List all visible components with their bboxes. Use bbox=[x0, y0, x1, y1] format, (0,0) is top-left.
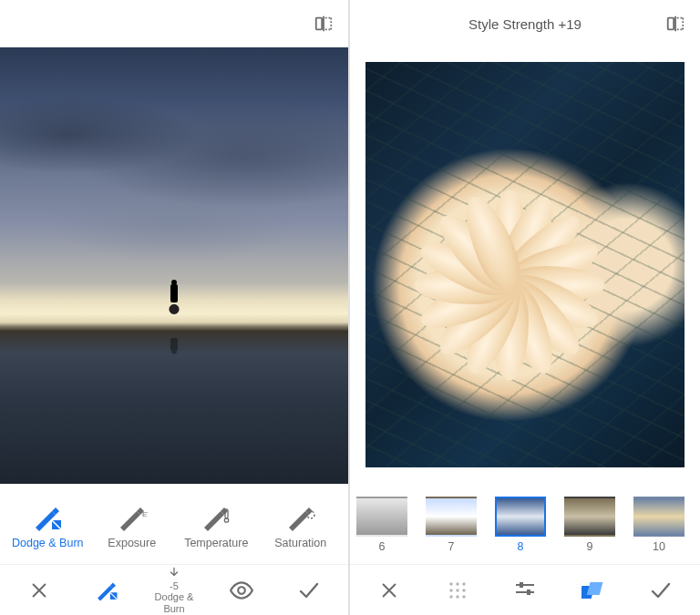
svg-point-17 bbox=[450, 583, 452, 585]
check-icon bbox=[297, 579, 321, 602]
style-strength-label: Style Strength +19 bbox=[350, 16, 700, 32]
tool-temperature[interactable]: Temperature bbox=[175, 504, 257, 549]
svg-rect-12 bbox=[668, 18, 674, 30]
svg-text:EV: EV bbox=[142, 510, 148, 518]
value-text: -5 Dodge & Burn bbox=[145, 580, 203, 613]
right-canvas[interactable] bbox=[350, 47, 700, 482]
style-thumb-7[interactable]: 7 bbox=[419, 497, 483, 553]
cancel-button[interactable] bbox=[10, 579, 68, 602]
value-readout[interactable]: -5 Dodge & Burn bbox=[145, 566, 203, 613]
brush-mode-button[interactable] bbox=[77, 579, 136, 602]
style-number: 10 bbox=[653, 540, 665, 553]
right-editor-panel: Style Strength +19 6 7 8 9 10 bbox=[350, 0, 700, 615]
cancel-button[interactable] bbox=[357, 579, 421, 602]
adjust-button[interactable] bbox=[493, 579, 557, 602]
brush-icon: EV bbox=[117, 504, 148, 531]
arrow-down-icon bbox=[162, 566, 186, 579]
photo-flower bbox=[365, 62, 685, 467]
tool-label: Dodge & Burn bbox=[12, 537, 84, 549]
svg-point-11 bbox=[238, 587, 245, 594]
style-number: 9 bbox=[587, 540, 593, 553]
texture-icon bbox=[446, 579, 469, 602]
style-swatch bbox=[564, 497, 615, 537]
style-swatch bbox=[495, 497, 546, 537]
photo-beach bbox=[0, 47, 348, 484]
svg-point-22 bbox=[463, 589, 465, 591]
brush-mask-icon bbox=[95, 579, 118, 602]
check-icon bbox=[649, 579, 673, 602]
apply-button[interactable] bbox=[629, 579, 693, 602]
svg-rect-31 bbox=[587, 582, 603, 595]
svg-rect-0 bbox=[316, 18, 322, 30]
svg-point-25 bbox=[463, 596, 465, 598]
style-swatch bbox=[356, 497, 407, 537]
svg-point-20 bbox=[450, 589, 452, 591]
svg-rect-27 bbox=[520, 582, 523, 588]
svg-point-19 bbox=[463, 583, 465, 585]
tool-label: Saturation bbox=[274, 537, 326, 549]
style-thumb-8[interactable]: 8 bbox=[489, 497, 552, 553]
style-number: 6 bbox=[379, 540, 386, 553]
eye-icon bbox=[230, 579, 253, 602]
styles-icon bbox=[581, 579, 604, 602]
left-topbar bbox=[0, 0, 348, 47]
style-swatch bbox=[426, 497, 477, 537]
tool-dodge-burn[interactable]: Dodge & Burn bbox=[6, 504, 88, 549]
style-thumb-9[interactable]: 9 bbox=[558, 497, 622, 553]
style-thumb-10[interactable]: 10 bbox=[627, 497, 691, 553]
style-swatch bbox=[633, 497, 685, 537]
brush-icon bbox=[32, 504, 63, 531]
svg-point-23 bbox=[450, 596, 452, 598]
right-bottombar bbox=[350, 564, 700, 615]
sliders-icon bbox=[513, 579, 537, 602]
brush-icon bbox=[201, 504, 232, 531]
svg-point-18 bbox=[457, 583, 458, 585]
apply-button[interactable] bbox=[280, 579, 338, 602]
brush-icon bbox=[285, 504, 316, 531]
svg-point-24 bbox=[457, 596, 458, 598]
tool-saturation[interactable]: Saturation bbox=[260, 504, 342, 549]
texture-button[interactable] bbox=[426, 579, 489, 602]
compare-icon[interactable] bbox=[665, 14, 685, 34]
svg-rect-29 bbox=[527, 589, 530, 595]
left-editor-panel: Dodge & Burn EV Exposure Temperature Sat… bbox=[0, 0, 350, 615]
brush-tool-row: Dodge & Burn EV Exposure Temperature Sat… bbox=[0, 484, 348, 564]
tool-label: Exposure bbox=[108, 537, 156, 549]
left-bottombar: -5 Dodge & Burn bbox=[0, 564, 348, 615]
style-number: 7 bbox=[448, 540, 455, 553]
styles-button[interactable] bbox=[561, 579, 624, 602]
right-topbar: Style Strength +19 bbox=[350, 0, 700, 47]
style-thumb-6[interactable]: 6 bbox=[350, 497, 414, 553]
tool-label: Temperature bbox=[184, 537, 248, 549]
left-canvas[interactable] bbox=[0, 47, 348, 484]
close-icon bbox=[377, 579, 401, 602]
style-number: 8 bbox=[518, 540, 524, 553]
style-thumb-row[interactable]: 6 7 8 9 10 bbox=[350, 482, 700, 564]
svg-point-21 bbox=[457, 589, 458, 591]
compare-icon[interactable] bbox=[314, 14, 334, 34]
close-icon bbox=[27, 579, 51, 602]
visibility-button[interactable] bbox=[212, 579, 271, 602]
tool-exposure[interactable]: EV Exposure bbox=[91, 504, 173, 549]
